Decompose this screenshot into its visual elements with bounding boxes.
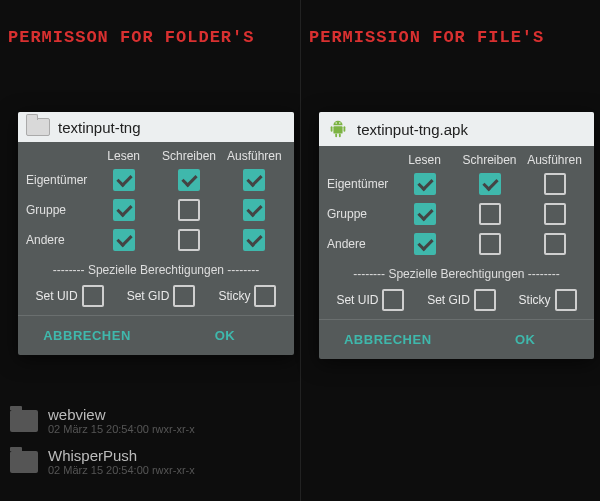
group-exec-checkbox[interactable] — [544, 203, 566, 225]
other-read-checkbox[interactable] — [113, 229, 135, 251]
item-meta: 02 März 15 20:54:00 rwxr-xr-x — [48, 423, 195, 435]
dialog-header: textinput-tng.apk — [319, 112, 594, 146]
col-read: Lesen — [92, 150, 155, 163]
cancel-button[interactable]: ABBRECHEN — [18, 316, 156, 355]
android-icon — [327, 118, 349, 140]
item-meta: 02 März 15 20:54:00 rwxr-xr-x — [48, 464, 195, 476]
svg-rect-3 — [335, 134, 337, 138]
dialog-title: textinput-tng.apk — [357, 121, 468, 138]
setuid-checkbox[interactable] — [382, 289, 404, 311]
dialog-buttons: ABBRECHEN OK — [319, 319, 594, 359]
dialog-title: textinput-tng — [58, 119, 141, 136]
permissions-dialog-folder: textinput-tng Lesen Schreiben Ausführen … — [18, 112, 294, 355]
special-perms-header: -------- Spezielle Berechtigungen ------… — [26, 263, 286, 277]
ok-button[interactable]: OK — [457, 320, 595, 359]
col-read: Lesen — [393, 154, 456, 167]
panel-file: PERMISSION FOR FILE'S textinput-tng.apk … — [300, 0, 600, 501]
owner-read-checkbox[interactable] — [414, 173, 436, 195]
list-item[interactable]: webview 02 März 15 20:54:00 rwxr-xr-x — [0, 400, 300, 441]
row-group-label: Gruppe — [26, 204, 90, 217]
setgid-checkbox[interactable] — [173, 285, 195, 307]
list-item[interactable]: WhisperPush 02 März 15 20:54:00 rwxr-xr-… — [0, 441, 300, 482]
owner-read-checkbox[interactable] — [113, 169, 135, 191]
folder-icon — [10, 451, 38, 473]
svg-point-5 — [335, 122, 336, 123]
other-read-checkbox[interactable] — [414, 233, 436, 255]
svg-rect-0 — [333, 126, 342, 133]
group-exec-checkbox[interactable] — [243, 199, 265, 221]
svg-point-6 — [339, 122, 340, 123]
owner-exec-checkbox[interactable] — [243, 169, 265, 191]
item-name: webview — [48, 406, 195, 423]
sticky-label: Sticky — [519, 293, 551, 307]
folder-icon — [26, 118, 50, 136]
svg-rect-4 — [339, 134, 341, 138]
setuid-checkbox[interactable] — [82, 285, 104, 307]
group-read-checkbox[interactable] — [414, 203, 436, 225]
permissions-grid: Lesen Schreiben Ausführen Eigentümer Gru… — [26, 150, 286, 253]
special-perms-header: -------- Spezielle Berechtigungen ------… — [327, 267, 586, 281]
cancel-button[interactable]: ABBRECHEN — [319, 320, 457, 359]
sticky-label: Sticky — [218, 289, 250, 303]
setgid-label: Set GID — [427, 293, 470, 307]
svg-rect-1 — [331, 126, 333, 132]
sticky-checkbox[interactable] — [555, 289, 577, 311]
panel-folder: PERMISSON FOR FOLDER'S webview 02 März 1… — [0, 0, 300, 501]
owner-write-checkbox[interactable] — [479, 173, 501, 195]
owner-exec-checkbox[interactable] — [544, 173, 566, 195]
banner-folder: PERMISSON FOR FOLDER'S — [0, 0, 300, 47]
permissions-grid: Lesen Schreiben Ausführen Eigentümer Gru… — [327, 154, 586, 257]
other-write-checkbox[interactable] — [178, 229, 200, 251]
setuid-label: Set UID — [336, 293, 378, 307]
ok-button[interactable]: OK — [156, 316, 294, 355]
item-name: WhisperPush — [48, 447, 195, 464]
setuid-label: Set UID — [36, 289, 78, 303]
col-exec: Ausführen — [223, 150, 286, 163]
permissions-dialog-file: textinput-tng.apk Lesen Schreiben Ausfüh… — [319, 112, 594, 359]
col-write: Schreiben — [458, 154, 521, 167]
col-exec: Ausführen — [523, 154, 586, 167]
other-write-checkbox[interactable] — [479, 233, 501, 255]
svg-rect-2 — [344, 126, 346, 132]
dialog-buttons: ABBRECHEN OK — [18, 315, 294, 355]
special-perms-row: Set UID Set GID Sticky — [327, 287, 586, 313]
banner-file: PERMISSION FOR FILE'S — [301, 0, 600, 47]
row-group-label: Gruppe — [327, 208, 391, 221]
special-perms-row: Set UID Set GID Sticky — [26, 283, 286, 309]
col-write: Schreiben — [157, 150, 220, 163]
row-other-label: Andere — [327, 238, 391, 251]
row-owner-label: Eigentümer — [26, 174, 90, 187]
setgid-label: Set GID — [127, 289, 170, 303]
row-owner-label: Eigentümer — [327, 178, 391, 191]
sticky-checkbox[interactable] — [254, 285, 276, 307]
setgid-checkbox[interactable] — [474, 289, 496, 311]
group-write-checkbox[interactable] — [479, 203, 501, 225]
other-exec-checkbox[interactable] — [544, 233, 566, 255]
row-other-label: Andere — [26, 234, 90, 247]
group-read-checkbox[interactable] — [113, 199, 135, 221]
other-exec-checkbox[interactable] — [243, 229, 265, 251]
dialog-header: textinput-tng — [18, 112, 294, 142]
group-write-checkbox[interactable] — [178, 199, 200, 221]
folder-icon — [10, 410, 38, 432]
owner-write-checkbox[interactable] — [178, 169, 200, 191]
